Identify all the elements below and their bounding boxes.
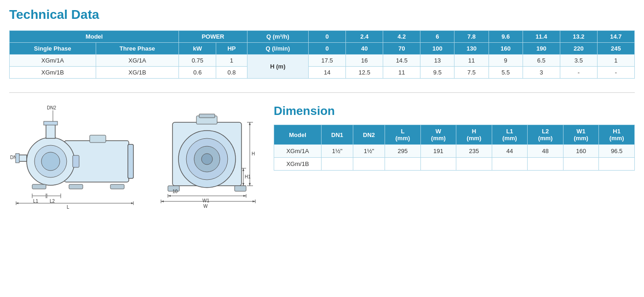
dim-l-val: 295 — [385, 145, 421, 158]
svg-rect-6 — [128, 144, 133, 178]
dim-l2-header: L2(mm) — [528, 125, 564, 145]
svg-marker-31 — [131, 202, 133, 204]
dim-w-val — [420, 158, 456, 171]
h-val-2: 11 — [383, 67, 420, 79]
dimension-table: Model DN1 DN2 L(mm) W(mm) H(mm) L1(mm) L… — [274, 125, 635, 171]
page-title: Technical Data — [9, 7, 635, 22]
q-lmin-70: 70 — [383, 43, 420, 55]
tech-table: Model POWER Q (m³/h) 0 2.4 4.2 6 7.8 9.6… — [9, 30, 635, 79]
svg-marker-36 — [249, 122, 251, 125]
h-val-6: 3 — [523, 67, 560, 79]
svg-text:W1: W1 — [202, 198, 209, 203]
q-val-9_6: 9.6 — [489, 31, 523, 43]
h-val-5: 9 — [489, 55, 523, 67]
h-val-3: 9.5 — [420, 67, 454, 79]
dim-model-val: XGm/1B — [274, 158, 322, 171]
pump-side-view: DN2 DN1 — [9, 104, 145, 211]
dim-table-header-row: Model DN1 DN2 L(mm) W(mm) H(mm) L1(mm) L… — [274, 125, 635, 145]
dim-dn2-val: 1½" — [353, 145, 385, 158]
dim-dn2-val — [353, 158, 385, 171]
kw-val: 0.6 — [179, 67, 216, 79]
q-val-7_8: 7.8 — [454, 31, 489, 43]
h-val-7: 3.5 — [560, 55, 597, 67]
q-lmin-40: 40 — [346, 43, 383, 55]
svg-marker-63 — [161, 200, 164, 202]
svg-marker-37 — [249, 183, 251, 186]
q-lmin-100: 100 — [420, 43, 454, 55]
q-val-13_2: 13.2 — [560, 31, 597, 43]
svg-point-49 — [201, 154, 213, 165]
dim-table-row: XGm/1A 1½" 1½" 295 191 235 44 48 160 96.… — [274, 145, 635, 158]
svg-marker-30 — [16, 202, 18, 204]
dim-w1-header: W1(mm) — [563, 125, 599, 145]
three-phase-header: Three Phase — [96, 43, 179, 55]
svg-point-9 — [41, 152, 60, 171]
h-val-4: 11 — [454, 55, 489, 67]
dim-table-row: XGm/1B — [274, 158, 635, 171]
dim-h1-val: 96.5 — [599, 145, 635, 158]
dim-w-header: W(mm) — [420, 125, 456, 145]
hp-header: HP — [216, 43, 247, 55]
hp-val: 0.8 — [216, 67, 247, 79]
dim-dn2-header: DN2 — [353, 125, 385, 145]
svg-rect-16 — [69, 184, 83, 189]
svg-rect-53 — [235, 186, 246, 191]
single-phase-val: XGm/1B — [10, 67, 96, 79]
svg-marker-58 — [243, 195, 246, 197]
dim-h-header: H(mm) — [456, 125, 492, 145]
h-val-3: 13 — [420, 55, 454, 67]
h-val-4: 7.5 — [454, 67, 489, 79]
dim-h-val — [456, 158, 492, 171]
svg-rect-51 — [199, 114, 215, 118]
q-lmin-160: 160 — [489, 43, 523, 55]
pump-diagrams: DN2 DN1 — [9, 104, 260, 211]
dim-l1-val: 44 — [492, 145, 528, 158]
svg-text:L1: L1 — [33, 199, 39, 204]
svg-marker-43 — [242, 183, 244, 186]
q-lmin-220: 220 — [560, 43, 597, 55]
table-header-row1: Model POWER Q (m³/h) 0 2.4 4.2 6 7.8 9.6… — [10, 31, 635, 43]
svg-text:H1: H1 — [245, 174, 251, 179]
q-lmin-header: Q (l/min) — [247, 43, 309, 55]
three-phase-val: XG/1A — [96, 55, 179, 67]
dimension-section: Dimension Model DN1 DN2 L(mm) W(mm) H(mm… — [274, 104, 635, 171]
dim-h1-header: H1(mm) — [599, 125, 635, 145]
svg-text:L: L — [67, 205, 69, 210]
lower-section: DN2 DN1 — [9, 104, 635, 211]
dim-l-val — [385, 158, 421, 171]
svg-rect-14 — [73, 155, 79, 167]
q-val-4_2: 4.2 — [383, 31, 420, 43]
svg-rect-17 — [110, 184, 124, 189]
dim-l1-header: L1(mm) — [492, 125, 528, 145]
dim-dn1-header: DN1 — [322, 125, 353, 145]
svg-text:H: H — [252, 151, 255, 156]
section-divider — [9, 92, 635, 93]
h-val-1: 12.5 — [346, 67, 383, 79]
hp-val: 1 — [216, 55, 247, 67]
h-val-8: 1 — [597, 55, 634, 67]
dim-dn1-val: 1½" — [322, 145, 353, 158]
q-lmin-0: 0 — [309, 43, 346, 55]
q-val-2_4: 2.4 — [346, 31, 383, 43]
h-val-1: 16 — [346, 55, 383, 67]
q-val-0: 0 — [309, 31, 346, 43]
svg-rect-18 — [90, 135, 106, 143]
svg-rect-11 — [44, 121, 58, 125]
dim-w1-val — [563, 158, 599, 171]
dim-w-val: 191 — [420, 145, 456, 158]
q-val-14_7: 14.7 — [597, 31, 634, 43]
h-val-6: 6.5 — [523, 55, 560, 67]
dim-l2-val — [528, 158, 564, 171]
table-row: XGm/1A XG/1A 0.75 1 H (m) 17.5 16 14.5 1… — [10, 55, 635, 67]
dim-l1-val — [492, 158, 528, 171]
h-m-label: H (m) — [247, 55, 309, 79]
h-val-5: 5.5 — [489, 67, 523, 79]
tech-table-section: Model POWER Q (m³/h) 0 2.4 4.2 6 7.8 9.6… — [9, 30, 635, 79]
power-header: POWER — [179, 31, 247, 43]
svg-text:10: 10 — [172, 189, 178, 194]
h-val-0: 17.5 — [309, 55, 346, 67]
dim-model-header: Model — [274, 125, 322, 145]
dim-model-val: XGm/1A — [274, 145, 322, 158]
model-header: Model — [10, 31, 179, 43]
q-lmin-130: 130 — [454, 43, 489, 55]
